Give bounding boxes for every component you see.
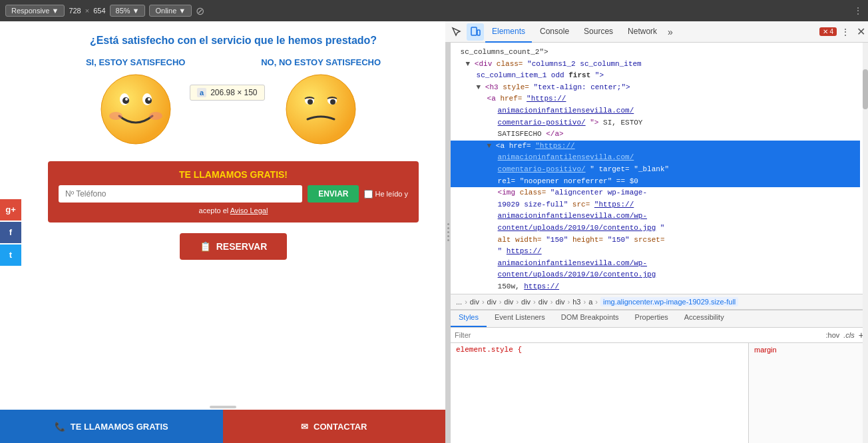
styles-tab-accessibility[interactable]: Accessibility [676,310,732,327]
devtools-tab-sources[interactable]: Sources [577,21,620,43]
tree-line-6b[interactable]: 19029 size-full" src= "https:// [451,199,860,211]
gplus-button[interactable]: g+ [0,199,21,221]
error-badge: ✕ 4 [819,27,837,36]
device-toolbar-icon[interactable] [467,23,484,41]
tree-line-6c[interactable]: animacioninfantilensevilla.com/wp- [451,211,860,222]
expand-arrow-2[interactable]: ▼ [466,60,471,68]
styles-tab-event-listeners[interactable]: Event Listeners [487,310,553,327]
devtools-tab-console[interactable]: Console [533,21,576,43]
link-1c[interactable]: comentario-positivo/ [498,119,586,127]
legal-link[interactable]: Aviso Legal [230,207,268,215]
breadcrumb-img[interactable]: img.aligncenter.wp-image-19029.size-full [600,297,738,306]
twitter-icon: t [9,250,12,260]
svg-rect-1 [477,30,480,35]
pseudo-state-button[interactable]: :hov [826,331,840,339]
link-3[interactable]: "https:// [594,201,634,209]
devtools-more-options[interactable]: ⋮ [838,27,853,37]
inspect-icon[interactable] [448,23,465,41]
tree-line-1[interactable]: sc_columns_count_2"> [451,47,860,59]
styles-tab-dom-breakpoints[interactable]: DOM Breakpoints [553,310,627,327]
filter-bar: :hov .cls + [451,328,868,343]
tooltip-dimensions: 206.98 × 150 [210,88,257,97]
link-3b[interactable]: animacioninfantilensevilla.com/wp- [498,212,647,220]
tree-line-6[interactable]: <img class= "aligncenter wp-image- [451,187,860,199]
mail-icon: ✉ [301,422,308,432]
link-2b[interactable]: animacioninfantilensevilla.com/ [498,153,634,161]
devtools-tab-network[interactable]: Network [621,21,664,43]
tree-line-6i[interactable]: 150w, https:// [451,281,860,293]
link-2c[interactable]: comentario-positivo/ [498,165,586,173]
styles-body: element.style { margin [451,343,868,443]
breadcrumb-div-3[interactable]: div [504,298,513,306]
breadcrumb-div-1[interactable]: div [470,298,479,306]
tree-line-6d[interactable]: content/uploads/2019/10/contento.jpg " [451,222,860,234]
breadcrumb-div-5[interactable]: div [539,298,548,306]
more-menu-icon[interactable]: ⋮ [853,5,863,16]
reservar-button[interactable]: 📋 RESERVAR [180,233,288,260]
tree-line-6e[interactable]: alt width= "150" height= "150" srcset= [451,234,860,246]
breadcrumb-a[interactable]: a [588,298,592,306]
tree-line-4d[interactable]: SATISFECHO </a> [451,129,860,141]
html-tree-scrollbar[interactable] [863,43,868,443]
tree-line-2b[interactable]: sc_column_item_1 odd first "> [451,70,860,82]
devtools-close-button[interactable]: ✕ [857,25,865,38]
resize-handle[interactable] [445,21,451,443]
zoom-label: 85% [116,7,130,15]
legal-checkbox[interactable] [364,190,373,199]
phone-input[interactable] [59,185,302,203]
breadcrumb-h3[interactable]: h3 [572,298,580,306]
tree-line-5d[interactable]: rel= "noopener noreferrer" == $0 [451,176,860,188]
no-option[interactable]: NO, NO ESTOY SATISFECHO [261,57,381,148]
breadcrumb-div-2[interactable]: div [487,298,497,306]
resize-dot-3 [447,231,449,233]
devtools-more-tabs[interactable]: » [665,27,676,37]
cls-button[interactable]: .cls [843,331,855,339]
tree-line-4c[interactable]: comentario-positivo/ "> SI, ESTOY [451,117,860,129]
twitter-button[interactable]: t [0,244,21,266]
resize-dot-5 [447,239,449,241]
scrollbar-thumb[interactable] [863,69,868,109]
facebook-button[interactable]: f [0,222,21,243]
responsive-label: Responsive [11,7,49,15]
tree-line-4[interactable]: <a href= "https:// [451,93,860,105]
element-style-block: element.style { [456,346,743,354]
tree-line-5[interactable]: ▼ <a href= "https:// [451,141,860,153]
link-4c[interactable]: content/uploads/2019/10/contento.jpg [498,270,656,278]
devtools-tab-elements[interactable]: Elements [485,21,532,43]
error-x-icon: ✕ [823,28,828,35]
styles-tab-styles[interactable]: Styles [451,310,487,327]
tree-line-5c[interactable]: comentario-positivo/ " target= "_blank" [451,164,860,176]
tree-line-3[interactable]: ▼ <h3 style= "text-align: center;"> [451,82,860,94]
link-1[interactable]: "https:// [527,95,566,103]
contact-button[interactable]: ✉ CONTACTAR [223,410,446,443]
online-button[interactable]: Online ▼ [149,5,192,17]
responsive-button[interactable]: Responsive ▼ [5,5,65,17]
link-1b[interactable]: animacioninfantilensevilla.com/ [498,107,634,115]
call-label: TE LLAMAMOS GRATIS [71,422,168,432]
breadcrumb-div-4[interactable]: div [521,298,531,306]
zoom-button[interactable]: 85% ▼ [110,5,146,17]
call-button[interactable]: 📞 TE LLAMAMOS GRATIS [0,410,223,443]
link-4[interactable]: https:// [507,247,542,255]
tree-line-4b[interactable]: animacioninfantilensevilla.com/ [451,105,860,117]
scroll-handle[interactable] [210,406,236,408]
tree-line-5b[interactable]: animacioninfantilensevilla.com/ [451,152,860,164]
tree-line-6h[interactable]: content/uploads/2019/10/contento.jpg [451,269,860,281]
breadcrumb-ellipsis[interactable]: ... [456,298,462,306]
send-button[interactable]: ENVIAR [308,185,359,203]
resize-dot-4 [447,235,449,237]
margin-prop: margin [754,346,777,354]
link-2[interactable]: "https:// [535,142,574,150]
expand-arrow-3[interactable]: ▼ [477,83,481,91]
styles-tab-properties[interactable]: Properties [627,310,676,327]
yes-option[interactable]: SI, ESTOY SATISFECHO [86,57,186,148]
link-5[interactable]: https:// [524,282,559,290]
link-3c[interactable]: content/uploads/2019/10/contento.jpg [498,224,656,232]
link-4b[interactable]: animacioninfantilensevilla.com/wp- [498,259,647,267]
tree-line-6g[interactable]: animacioninfantilensevilla.com/wp- [451,258,860,270]
styles-filter-input[interactable] [455,331,822,339]
tree-line-2[interactable]: ▼ <div class= "columns1_2 sc_column_item [451,59,860,71]
breadcrumb-div-6[interactable]: div [556,298,565,306]
tree-line-6f[interactable]: " https:// [451,246,860,258]
browser-viewport: g+ f t a 206.98 × 150 ¿Está satisfecho c… [0,21,445,443]
